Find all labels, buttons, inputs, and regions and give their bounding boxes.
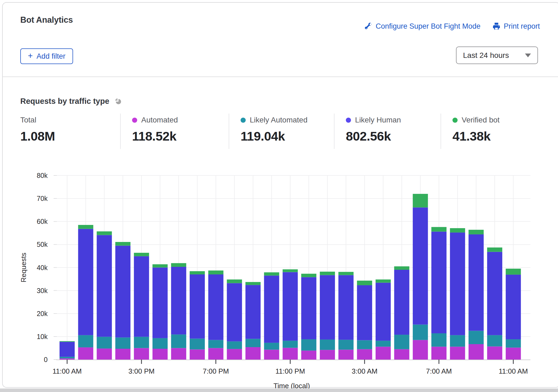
bar-segment-likely-human[interactable]: [431, 232, 447, 333]
bar-segment-verified-bot[interactable]: [394, 266, 409, 270]
bar-segment-likely-automated[interactable]: [208, 340, 224, 348]
bar-segment-likely-automated[interactable]: [413, 325, 428, 340]
bar-segment-likely-human[interactable]: [153, 268, 168, 338]
bar-segment-verified-bot[interactable]: [78, 225, 93, 229]
bar-segment-verified-bot[interactable]: [190, 271, 205, 274]
bar-segment-likely-human[interactable]: [301, 277, 316, 339]
bar-segment-likely-automated[interactable]: [134, 337, 149, 348]
bar-segment-likely-human[interactable]: [283, 272, 298, 341]
bar-segment-likely-automated[interactable]: [394, 335, 409, 349]
bar-segment-automated[interactable]: [153, 349, 168, 360]
bar-segment-likely-human[interactable]: [394, 270, 409, 335]
bar-segment-automated[interactable]: [115, 349, 130, 360]
bar-segment-likely-human[interactable]: [450, 232, 465, 335]
bar-segment-likely-human[interactable]: [60, 342, 75, 357]
bar-segment-verified-bot[interactable]: [171, 263, 186, 267]
bar-segment-likely-automated[interactable]: [227, 341, 242, 349]
bar-segment-verified-bot[interactable]: [60, 341, 75, 342]
bar-segment-likely-human[interactable]: [487, 252, 502, 335]
bar-segment-likely-human[interactable]: [245, 285, 261, 339]
bar-segment-automated[interactable]: [376, 347, 391, 360]
bar-segment-likely-automated[interactable]: [339, 340, 354, 350]
bar-segment-likely-human[interactable]: [413, 207, 428, 324]
bar-segment-likely-human[interactable]: [506, 275, 521, 339]
bar-segment-automated[interactable]: [208, 348, 224, 360]
bar-segment-likely-automated[interactable]: [487, 335, 502, 347]
bar-segment-verified-bot[interactable]: [431, 227, 447, 232]
bar-segment-automated[interactable]: [60, 358, 75, 360]
bar-segment-automated[interactable]: [450, 347, 465, 360]
bar-segment-automated[interactable]: [134, 348, 149, 360]
bar-segment-automated[interactable]: [320, 350, 335, 360]
bar-segment-automated[interactable]: [171, 348, 186, 360]
bar-segment-likely-human[interactable]: [171, 267, 186, 334]
bar-segment-likely-human[interactable]: [97, 235, 112, 337]
bar-segment-verified-bot[interactable]: [376, 280, 391, 283]
bar-segment-automated[interactable]: [431, 347, 447, 360]
bar-segment-likely-human[interactable]: [190, 274, 205, 338]
bar-segment-likely-automated[interactable]: [506, 339, 521, 348]
requests-bar-chart[interactable]: 010k20k30k40k50k60k70k80k11:00 AM3:00 PM…: [0, 0, 558, 392]
bar-segment-likely-automated[interactable]: [301, 339, 316, 351]
bar-segment-likely-automated[interactable]: [171, 334, 186, 348]
bar-segment-likely-human[interactable]: [468, 234, 484, 331]
bar-segment-automated[interactable]: [487, 346, 502, 360]
bar-segment-automated[interactable]: [413, 340, 428, 360]
bar-segment-automated[interactable]: [394, 349, 409, 360]
bar-segment-verified-bot[interactable]: [208, 271, 224, 274]
bar-segment-verified-bot[interactable]: [134, 253, 149, 256]
bar-segment-automated[interactable]: [506, 348, 521, 360]
bar-segment-likely-human[interactable]: [264, 275, 279, 343]
bar-segment-automated[interactable]: [301, 351, 316, 360]
bar-segment-likely-automated[interactable]: [450, 335, 465, 347]
bar-segment-likely-automated[interactable]: [431, 333, 447, 347]
bar-segment-automated[interactable]: [468, 344, 484, 360]
bar-segment-likely-automated[interactable]: [97, 337, 112, 348]
bar-segment-verified-bot[interactable]: [450, 228, 465, 232]
bar-segment-likely-automated[interactable]: [190, 339, 205, 350]
bar-segment-likely-human[interactable]: [339, 275, 354, 340]
bar-segment-automated[interactable]: [190, 350, 205, 360]
bar-segment-likely-human[interactable]: [227, 283, 242, 341]
bar-segment-likely-automated[interactable]: [115, 337, 130, 349]
bar-segment-automated[interactable]: [78, 347, 93, 360]
bar-segment-verified-bot[interactable]: [153, 264, 168, 268]
bar-segment-verified-bot[interactable]: [283, 269, 298, 272]
bar-segment-likely-human[interactable]: [134, 256, 149, 337]
bar-segment-likely-automated[interactable]: [60, 357, 75, 358]
bar-segment-likely-automated[interactable]: [245, 339, 261, 347]
bar-segment-likely-automated[interactable]: [78, 335, 93, 347]
bar-segment-likely-automated[interactable]: [283, 341, 298, 348]
bar-segment-automated[interactable]: [283, 348, 298, 360]
bar-segment-automated[interactable]: [97, 348, 112, 360]
bar-segment-automated[interactable]: [339, 350, 354, 360]
bar-segment-likely-automated[interactable]: [357, 340, 372, 349]
bar-segment-likely-human[interactable]: [320, 275, 335, 340]
bar-segment-verified-bot[interactable]: [357, 281, 372, 285]
bar-segment-verified-bot[interactable]: [264, 272, 279, 275]
bar-segment-likely-human[interactable]: [376, 283, 391, 341]
bar-segment-verified-bot[interactable]: [487, 247, 502, 252]
bar-segment-likely-human[interactable]: [115, 246, 130, 338]
bar-segment-verified-bot[interactable]: [413, 194, 428, 207]
bar-segment-verified-bot[interactable]: [301, 274, 316, 277]
bar-segment-verified-bot[interactable]: [115, 242, 130, 246]
bar-segment-likely-automated[interactable]: [320, 340, 335, 350]
bar-segment-verified-bot[interactable]: [245, 282, 261, 285]
bar-segment-likely-human[interactable]: [208, 274, 224, 340]
bar-segment-verified-bot[interactable]: [506, 269, 521, 275]
bar-segment-likely-automated[interactable]: [376, 341, 391, 347]
bar-segment-verified-bot[interactable]: [339, 272, 354, 275]
bar-segment-automated[interactable]: [227, 349, 242, 360]
bar-segment-verified-bot[interactable]: [320, 272, 335, 275]
bar-segment-likely-automated[interactable]: [264, 343, 279, 350]
bar-segment-likely-automated[interactable]: [468, 331, 484, 344]
bar-segment-verified-bot[interactable]: [468, 230, 484, 234]
bar-segment-verified-bot[interactable]: [227, 280, 242, 283]
bar-segment-automated[interactable]: [245, 347, 261, 360]
bar-segment-automated[interactable]: [264, 350, 279, 360]
bar-segment-likely-automated[interactable]: [153, 338, 168, 349]
bar-segment-automated[interactable]: [357, 349, 372, 360]
bar-segment-verified-bot[interactable]: [97, 231, 112, 235]
bar-segment-likely-human[interactable]: [78, 229, 93, 335]
